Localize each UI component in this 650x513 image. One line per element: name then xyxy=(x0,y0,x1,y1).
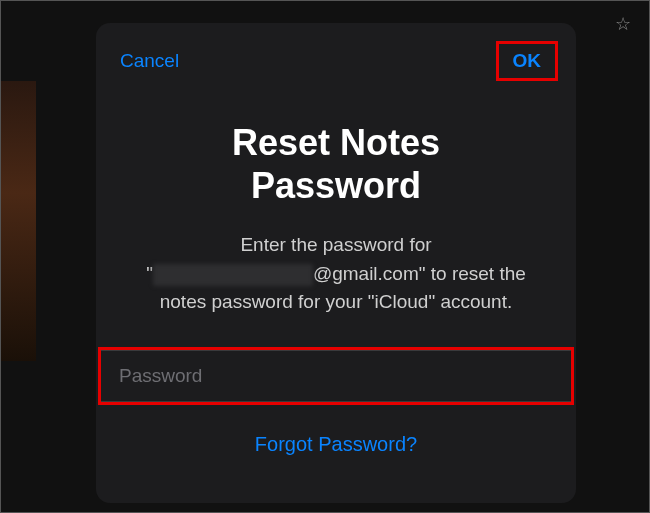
cancel-button[interactable]: Cancel xyxy=(120,50,179,72)
title-line-1: Reset Notes xyxy=(232,122,440,163)
password-input[interactable] xyxy=(101,350,571,402)
background-image-strip xyxy=(1,81,36,361)
reset-password-dialog: Cancel OK Reset Notes Password Enter the… xyxy=(96,23,576,503)
ok-button[interactable]: OK xyxy=(505,46,550,76)
email-domain: @gmail.com" xyxy=(313,263,426,284)
forgot-password-link[interactable]: Forgot Password? xyxy=(255,433,417,456)
password-field-highlight-annotation xyxy=(98,347,574,405)
dialog-title: Reset Notes Password xyxy=(96,121,576,207)
redacted-email-prefix xyxy=(153,264,313,286)
favorite-star-icon: ☆ xyxy=(615,13,631,35)
title-line-2: Password xyxy=(251,165,421,206)
dialog-header: Cancel OK xyxy=(96,23,576,91)
ok-highlight-annotation: OK xyxy=(496,41,559,81)
dialog-description: Enter the password for "@gmail.com" to r… xyxy=(96,231,576,317)
description-prefix: Enter the password for xyxy=(240,234,431,255)
